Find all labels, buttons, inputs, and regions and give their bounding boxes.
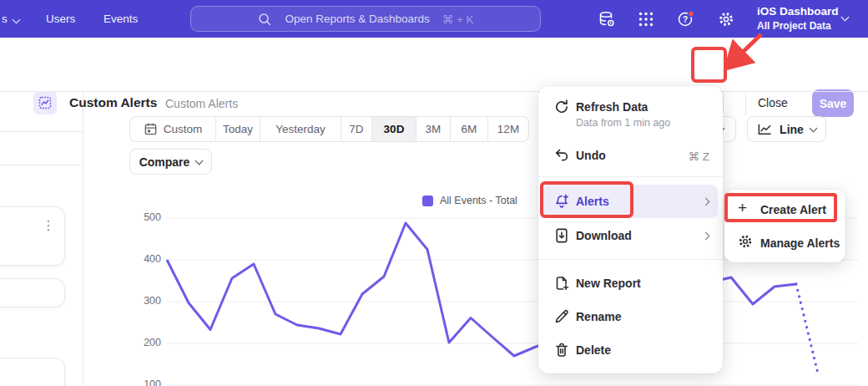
report-icon-box [33,91,57,114]
nav-events[interactable]: Events [103,0,138,38]
range-7d[interactable]: 7D [341,117,371,141]
header-border [0,91,868,92]
project-switcher[interactable]: iOS Dashboard All Project Data [757,3,839,33]
refresh-icon [553,99,570,115]
kebab-menu-icon[interactable]: ⋮ [42,217,55,233]
chevron-down-icon [809,124,817,132]
range-label: 12M [497,123,519,135]
chevron-down-icon [841,13,850,22]
delete-trash-icon [553,342,570,358]
compare-button[interactable]: Compare [129,149,212,175]
line-chart-icon [757,123,773,136]
legend-label: All Events - Total [440,195,517,206]
menu-label-download[interactable]: Download [576,229,632,242]
menu-label-refresh[interactable]: Refresh Data [576,100,648,114]
range-label: 30D [384,123,405,135]
sidebar-border [83,92,83,386]
menu-label-undo[interactable]: Undo [576,149,606,162]
y-axis-tick: 500 [124,211,161,223]
calendar-icon [144,122,158,136]
query-card[interactable] [0,206,65,266]
search-input[interactable]: Open Reports & Dashboards ⌘ + K [190,6,541,32]
query-card[interactable] [0,278,65,307]
y-axis-tick: 100 [124,378,161,386]
report-options-menu: Refresh Data Data from 1 min ago Undo ⌘ … [538,86,723,373]
range-12m[interactable]: 12M [487,117,528,141]
chart-type-button[interactable]: Line [747,116,826,142]
rename-pencil-icon [553,308,570,325]
chevron-right-icon [702,232,710,241]
top-nav-bar: s Users Events Open Reports & Dashboards… [0,0,868,38]
project-scope: All Project Data [757,19,839,33]
y-axis-tick: 400 [124,253,161,265]
divider [745,91,746,115]
report-header: Custom Alerts Custom Alerts GV Duplicate… [0,38,868,92]
submenu-create-alert[interactable]: Create Alert [760,203,826,216]
range-6m[interactable]: 6M [450,117,487,141]
range-label: Custom [164,123,203,135]
nav-users[interactable]: Users [46,0,75,38]
chart-legend[interactable]: All Events - Total [422,195,517,206]
app-root: 500 400 300 200 100 All Events - Total ⋮… [0,0,868,386]
help-icon[interactable]: ? [677,10,695,28]
menu-shortcut-undo: ⌘ Z [689,150,710,163]
y-axis-tick: 200 [124,337,161,348]
nav-label: s [2,13,8,25]
plus-icon: + [738,200,747,216]
date-range-selector: Custom Today Yesterday 7D 30D 3M 6M 12M [129,116,529,142]
chevron-down-icon [13,16,21,24]
menu-subtitle-refresh: Data from 1 min ago [576,117,670,129]
range-custom[interactable]: Custom [130,117,215,141]
search-icon [257,12,272,27]
nav-boards-partial[interactable]: s [2,0,19,38]
search-shortcut: ⌘ + K [442,13,474,26]
alerts-submenu: + Create Alert Manage Alerts [724,190,845,262]
submenu-manage-alerts[interactable]: Manage Alerts [760,236,840,250]
query-card[interactable] [0,358,65,386]
sidebar-section-row[interactable] [0,132,83,165]
range-30d-selected[interactable]: 30D [371,117,416,141]
range-label: 3M [426,123,442,135]
apps-grid-icon[interactable] [637,10,655,28]
manage-gear-icon [737,233,754,250]
page-title: Custom Alerts [69,95,157,110]
legend-swatch [422,196,433,206]
menu-divider [538,259,723,260]
range-label: Today [223,123,253,135]
range-3m[interactable]: 3M [416,117,450,141]
menu-label-new-report[interactable]: New Report [576,277,641,290]
new-report-icon [553,275,570,292]
svg-text:?: ? [683,15,688,24]
settings-gear-icon[interactable] [717,10,735,28]
menu-divider [538,176,723,177]
menu-label-delete[interactable]: Delete [576,343,611,357]
range-today[interactable]: Today [215,117,260,141]
menu-label-rename[interactable]: Rename [576,310,621,323]
chevron-down-icon [195,156,204,165]
breadcrumb[interactable]: Custom Alerts [165,97,238,110]
undo-icon [553,147,570,164]
compare-label: Compare [139,155,190,169]
range-label: Yesterday [275,123,326,135]
y-axis-tick: 300 [124,295,161,307]
save-button[interactable]: Save [812,89,854,117]
chart-type-label: Line [780,123,804,136]
menu-label-alerts[interactable]: Alerts [576,195,609,208]
insights-chart-icon [38,96,52,109]
alert-bell-plus-icon [553,193,570,210]
data-management-icon[interactable] [598,10,616,28]
range-label: 6M [462,123,477,135]
download-icon [553,227,570,244]
search-placeholder: Open Reports & Dashboards [285,13,429,25]
range-label: 7D [349,123,363,135]
range-yesterday[interactable]: Yesterday [260,117,341,141]
close-button[interactable]: Close [758,96,788,109]
notification-dot [689,11,694,17]
project-name: iOS Dashboard [757,3,839,19]
